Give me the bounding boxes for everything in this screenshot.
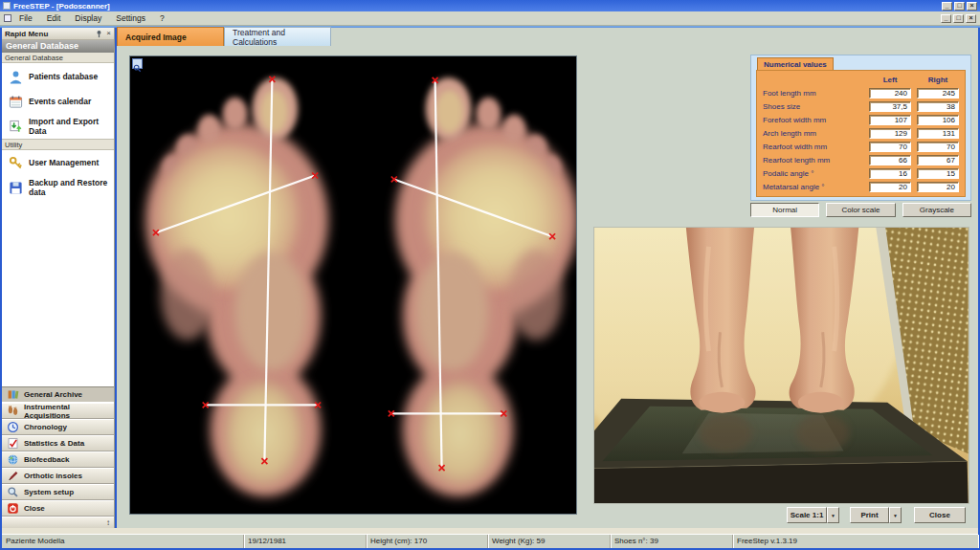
value-podalic-angle-right[interactable]: 15 xyxy=(917,168,959,179)
feet-icon xyxy=(7,405,19,417)
menu-display[interactable]: Display xyxy=(73,12,103,24)
value-rearfoot-length-right[interactable]: 67 xyxy=(917,155,959,165)
view-mode-buttons: Normal Color scale Grayscale xyxy=(750,203,971,217)
nav-chronology[interactable]: Chronology xyxy=(2,419,114,435)
menu-bar: File Edit Display Settings ? _ □ × xyxy=(0,11,980,26)
status-bar: Paziente Modella 19/12/1981 Height (cm):… xyxy=(2,534,978,548)
value-metatarsal-angle-right[interactable]: 20 xyxy=(917,182,959,192)
status-weight: Weight (Kg): 59 xyxy=(488,535,611,548)
child-restore-button[interactable]: □ xyxy=(953,14,964,23)
value-podalic-angle-left[interactable]: 16 xyxy=(869,168,911,179)
legs-photo-image xyxy=(594,228,969,503)
normal-button[interactable]: Normal xyxy=(750,203,819,217)
nav-close[interactable]: Close xyxy=(2,500,114,517)
table-row: Arch length mm 129 131 xyxy=(763,126,959,140)
scale-dropdown-arrow-icon[interactable]: ▼ xyxy=(827,507,839,523)
col-header-left: Left xyxy=(869,76,911,84)
rapid-menu-sidebar: Rapid Menu × General Database General Da… xyxy=(2,28,115,528)
pen-icon xyxy=(7,470,19,482)
nav-instrumental-acquisitions[interactable]: Instrumental Acquisitions xyxy=(2,403,114,419)
pin-icon[interactable] xyxy=(95,30,103,38)
numerical-values-table: Left Right Foot length mm 240 245 Shoes … xyxy=(756,70,966,197)
child-close-button[interactable]: × xyxy=(966,14,976,23)
window-title: FreeSTEP - [Podoscanner] xyxy=(13,2,940,11)
foot-scan-image xyxy=(130,56,576,514)
nav-system-setup[interactable]: System setup xyxy=(2,484,114,500)
table-row: Shoes size 37,5 38 xyxy=(763,99,959,113)
value-foot-length-left[interactable]: 240 xyxy=(869,88,911,99)
document-icon xyxy=(4,14,11,22)
status-birth-date: 19/12/1981 xyxy=(244,535,367,548)
value-shoes-size-right[interactable]: 38 xyxy=(917,101,959,112)
numerical-values-panel: Numerical values Left Right Foot length … xyxy=(750,55,971,201)
magnifier-icon xyxy=(7,486,19,498)
table-row: Foot length mm 240 245 xyxy=(763,86,959,99)
stats-check-icon xyxy=(7,437,19,450)
value-rearfoot-length-left[interactable]: 66 xyxy=(869,155,911,165)
sidebar-section-title: General Database xyxy=(2,40,114,53)
value-rearfoot-width-left[interactable]: 70 xyxy=(869,142,911,152)
table-row: Forefoot width mm 107 106 xyxy=(763,113,959,126)
child-minimize-button[interactable]: _ xyxy=(941,14,951,23)
app-icon xyxy=(3,2,11,10)
print-dropdown-arrow-icon[interactable]: ▼ xyxy=(889,507,902,523)
value-rearfoot-width-right[interactable]: 70 xyxy=(917,142,959,152)
menu-file[interactable]: File xyxy=(17,12,34,24)
menu-edit[interactable]: Edit xyxy=(45,12,63,24)
grayscale-button[interactable]: Grayscale xyxy=(902,203,971,217)
sidebar-item-patients-database[interactable]: Patients database xyxy=(2,64,114,89)
group-label-utility: Utility xyxy=(2,139,114,150)
status-shoes: Shoes n°: 39 xyxy=(611,535,733,548)
menu-settings[interactable]: Settings xyxy=(114,12,147,24)
table-row: Podalic angle ° 16 15 xyxy=(763,166,959,180)
patients-icon xyxy=(9,70,23,84)
sidebar-item-events-calendar[interactable]: Events calendar xyxy=(2,89,114,114)
close-window-button[interactable]: × xyxy=(967,2,977,11)
nav-general-archive[interactable]: General Archive xyxy=(2,386,114,403)
resize-arrows-icon[interactable]: ↕ xyxy=(106,518,110,527)
nav-statistics-data[interactable]: Statistics & Data xyxy=(2,435,114,451)
value-forefoot-width-left[interactable]: 107 xyxy=(869,115,911,125)
tab-treatment-calculations[interactable]: Treatment and Calculations xyxy=(224,27,331,46)
restore-button[interactable]: □ xyxy=(954,2,965,11)
tab-acquired-image[interactable]: Acquired Image xyxy=(117,27,224,46)
sidebar-item-import-export[interactable]: Import and Export Data xyxy=(2,114,114,139)
table-row: Rearfoot width mm 70 70 xyxy=(763,140,959,153)
group-label-general-database: General Database xyxy=(2,53,114,63)
main-content: Acquired Image Treatment and Calculation… xyxy=(117,28,978,528)
value-foot-length-right[interactable]: 245 xyxy=(917,88,959,99)
minimize-button[interactable]: _ xyxy=(942,2,952,11)
tab-bar: Acquired Image Treatment and Calculation… xyxy=(117,27,331,46)
value-shoes-size-left[interactable]: 37,5 xyxy=(869,101,911,112)
foot-scan-viewport[interactable] xyxy=(129,55,577,515)
table-row: Rearfoot length mm 66 67 xyxy=(763,153,959,166)
status-version: FreeStep v.1.3.19 xyxy=(733,535,978,548)
value-arch-length-right[interactable]: 131 xyxy=(917,128,959,139)
status-height: Height (cm): 170 xyxy=(367,535,488,548)
title-bar: FreeSTEP - [Podoscanner] _ □ × xyxy=(0,0,980,11)
zoom-tool-icon[interactable] xyxy=(132,58,143,69)
value-forefoot-width-right[interactable]: 106 xyxy=(917,115,959,125)
clock-icon xyxy=(7,421,19,433)
scale-button[interactable]: Scale 1:1 xyxy=(787,507,827,523)
power-icon xyxy=(7,502,19,515)
print-button[interactable]: Print xyxy=(850,507,889,523)
nav-orthotic-insoles[interactable]: Orthotic insoles xyxy=(2,468,114,484)
nav-biofeedback[interactable]: Biofeedback xyxy=(2,451,114,468)
status-patient: Paziente Modella xyxy=(2,535,244,548)
archive-icon xyxy=(7,388,19,401)
close-button[interactable]: Close xyxy=(914,507,966,523)
menu-help[interactable]: ? xyxy=(158,12,167,24)
rear-view-photo xyxy=(593,227,969,504)
numerical-values-tab[interactable]: Numerical values xyxy=(757,57,834,70)
floppy-icon xyxy=(9,181,23,195)
sidebar-footer: ↕ xyxy=(2,517,114,528)
close-panel-icon[interactable]: × xyxy=(106,30,111,37)
sidebar-item-backup-restore[interactable]: Backup and Restore data xyxy=(2,175,114,200)
value-arch-length-left[interactable]: 129 xyxy=(869,128,911,139)
globe-icon xyxy=(7,453,19,466)
value-metatarsal-angle-left[interactable]: 20 xyxy=(869,182,911,192)
color-scale-button[interactable]: Color scale xyxy=(826,203,895,217)
sidebar-item-user-management[interactable]: User Management xyxy=(2,150,114,175)
calendar-icon xyxy=(9,95,23,109)
